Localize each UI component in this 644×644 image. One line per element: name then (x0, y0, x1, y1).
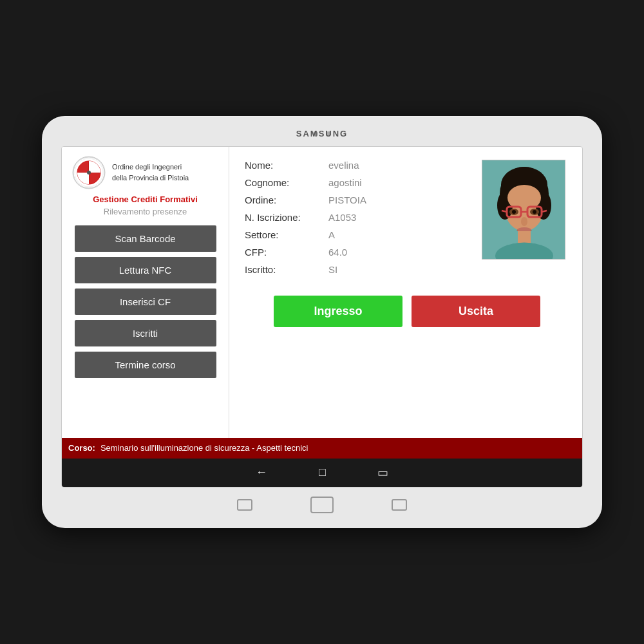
iscritti-button[interactable]: Iscritti (75, 320, 216, 346)
svg-point-22 (533, 210, 536, 214)
cognome-value: agostini (328, 177, 362, 188)
cfp-value: 64.0 (328, 247, 347, 258)
lettura-nfc-button[interactable]: Lettura NFC (75, 257, 216, 283)
hw-button-home[interactable] (310, 497, 334, 513)
nome-value: evelina (328, 160, 359, 171)
iscritto-row: Iscritto: SI (245, 264, 569, 275)
logo-area: Ordine degli Ingegneri della Provincia d… (72, 156, 189, 189)
hw-button-left[interactable] (237, 499, 252, 511)
svg-point-21 (512, 210, 516, 214)
settore-value: A (328, 229, 335, 240)
back-icon[interactable]: ← (256, 466, 267, 479)
iscritto-value: SI (328, 264, 337, 275)
app-title: Gestione Crediti Formativi (72, 194, 218, 204)
action-buttons: Ingresso Uscita (245, 288, 569, 332)
inserisci-cf-button[interactable]: Inserisci CF (75, 289, 216, 315)
hw-button-right[interactable] (392, 499, 407, 511)
cognome-label: Cognome: (245, 177, 328, 188)
scan-barcode-button[interactable]: Scan Barcode (75, 225, 216, 252)
status-value: Seminario sull'illuminazione di sicurezz… (100, 443, 308, 453)
ordine-value: PISTOIA (328, 194, 366, 205)
nome-label: Nome: (245, 160, 328, 171)
settore-label: Settore: (245, 229, 328, 240)
svg-point-23 (521, 217, 527, 226)
iscrizione-label: N. Iscrizione: (245, 212, 328, 223)
status-bar: Corso: Seminario sull'illuminazione di s… (62, 438, 582, 459)
right-panel-wrapper: Nome: evelina Cognome: agostini Ordine: … (229, 147, 582, 438)
org-text: Ordine degli Ingegneri della Provincia d… (112, 162, 189, 183)
status-label: Corso: (68, 443, 95, 453)
uscita-button[interactable]: Uscita (412, 296, 540, 327)
org-line2: della Provincia di Pistoia (112, 173, 189, 184)
ordine-label: Ordine: (245, 194, 328, 205)
termine-corso-button[interactable]: Termine corso (75, 352, 216, 378)
person-photo-svg (482, 160, 565, 260)
org-line1: Ordine degli Ingegneri (112, 162, 189, 173)
tablet-top-bar: SAMSUNG (42, 122, 602, 146)
android-nav-bar: ← □ ▭ (62, 459, 582, 487)
iscrizione-value: A1053 (328, 212, 356, 223)
left-panel: Ordine degli Ingegneri della Provincia d… (62, 147, 229, 438)
app-subtitle: Rilevamento presenze (72, 207, 218, 216)
tablet-frame: SAMSUNG (42, 116, 602, 528)
home-icon[interactable]: □ (319, 466, 326, 479)
info-area: Nome: evelina Cognome: agostini Ordine: … (229, 147, 582, 438)
brand-label: SAMSUNG (296, 129, 348, 138)
cfp-label: CFP: (245, 247, 328, 258)
tablet-bottom-bar (42, 488, 602, 523)
svg-point-5 (87, 171, 91, 175)
person-photo (482, 160, 565, 260)
iscritto-label: Iscritto: (245, 264, 328, 275)
recents-icon[interactable]: ▭ (377, 466, 388, 480)
ingresso-button[interactable]: Ingresso (274, 296, 402, 327)
org-logo (72, 156, 106, 189)
screen-main: Ordine degli Ingegneri della Provincia d… (62, 147, 582, 438)
tablet-screen: Ordine degli Ingegneri della Provincia d… (61, 146, 583, 488)
